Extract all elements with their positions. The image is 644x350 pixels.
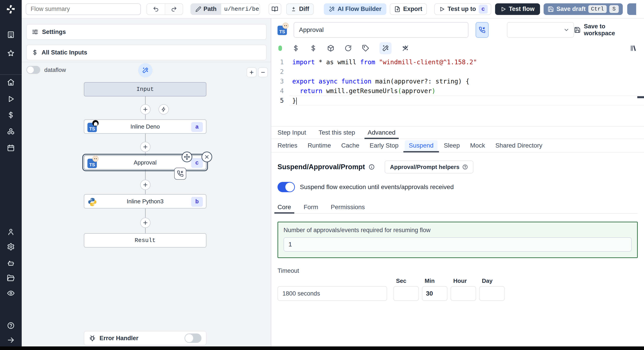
add-step-button[interactable] bbox=[140, 104, 150, 115]
flow-settings-card[interactable]: Settings bbox=[26, 24, 266, 40]
error-handler-toggle[interactable] bbox=[184, 334, 202, 343]
settings-gear-icon[interactable] bbox=[7, 243, 15, 251]
timeout-sec-input[interactable] bbox=[393, 286, 419, 301]
script-version-select[interactable] bbox=[507, 22, 574, 38]
path-button[interactable]: Path bbox=[191, 4, 221, 14]
diff-button[interactable]: Diff bbox=[286, 3, 314, 15]
resource-picker-icon[interactable] bbox=[310, 45, 317, 52]
suspend-phone-button[interactable] bbox=[476, 22, 488, 38]
windmill-logo-icon[interactable] bbox=[5, 4, 16, 15]
audit-eye-icon[interactable] bbox=[7, 289, 15, 297]
suspend-phone-indicator[interactable] bbox=[174, 168, 186, 180]
resources-cubes-icon[interactable] bbox=[7, 128, 15, 136]
tag-icon[interactable] bbox=[362, 45, 369, 52]
docs-button[interactable] bbox=[268, 3, 281, 15]
redo-button[interactable] bbox=[165, 4, 183, 14]
all-static-inputs-label: All Static Inputs bbox=[42, 49, 87, 56]
ai-flow-builder-button[interactable]: AI Flow Builder bbox=[324, 3, 386, 15]
tab-form[interactable]: Form bbox=[304, 201, 318, 213]
timeout-day-input[interactable] bbox=[479, 286, 505, 301]
info-icon[interactable] bbox=[368, 164, 375, 170]
timeout-summary-input[interactable] bbox=[278, 286, 387, 301]
variables-dollar-icon[interactable] bbox=[7, 111, 15, 119]
play-icon bbox=[500, 6, 506, 12]
bug-icon bbox=[89, 335, 96, 342]
help-circle-icon[interactable] bbox=[7, 322, 15, 330]
favorites-star-icon[interactable] bbox=[7, 49, 15, 57]
zoom-in-button[interactable]: + bbox=[247, 67, 256, 77]
undo-button[interactable] bbox=[147, 4, 165, 14]
add-step-button[interactable] bbox=[140, 180, 150, 190]
workers-robot-icon[interactable] bbox=[7, 259, 15, 267]
ai-off-icon[interactable] bbox=[402, 45, 409, 52]
subtab-sleep[interactable]: Sleep bbox=[444, 139, 460, 152]
library-icon[interactable] bbox=[630, 45, 637, 52]
timeout-min-input[interactable] bbox=[422, 286, 448, 301]
deno-typescript-icon: TS bbox=[88, 122, 98, 132]
test-up-to-button[interactable]: Test up to c bbox=[434, 3, 491, 15]
add-step-button[interactable] bbox=[140, 218, 150, 228]
graph-ai-wand-button[interactable] bbox=[138, 63, 152, 77]
plus-icon bbox=[142, 144, 148, 150]
variable-picker-icon[interactable] bbox=[292, 45, 300, 52]
ai-assistant-button[interactable] bbox=[380, 42, 392, 54]
tab-step-input[interactable]: Step Input bbox=[278, 127, 306, 139]
deploy-button-partial[interactable] bbox=[627, 3, 636, 15]
helpers-label: Approval/Prompt helpers bbox=[390, 164, 460, 171]
subtab-early-stop[interactable]: Early Stop bbox=[370, 139, 398, 152]
add-trigger-button[interactable] bbox=[158, 104, 169, 115]
code-lines[interactable]: import * as wmill from "windmill-client@… bbox=[289, 55, 644, 126]
move-step-button[interactable] bbox=[182, 152, 192, 162]
expand-arrow-right-icon[interactable] bbox=[7, 336, 15, 344]
export-button[interactable]: Export bbox=[390, 3, 427, 15]
subtab-mock[interactable]: Mock bbox=[470, 139, 485, 152]
flow-node-inline-python3[interactable]: Inline Python3 b bbox=[84, 194, 206, 208]
pencil-icon bbox=[196, 6, 201, 12]
user-icon[interactable] bbox=[7, 228, 15, 236]
save-draft-button[interactable]: Save draft Ctrl S bbox=[544, 3, 623, 15]
subtab-runtime[interactable]: Runtime bbox=[308, 139, 331, 152]
reload-icon[interactable] bbox=[344, 45, 352, 52]
save-icon bbox=[574, 26, 581, 33]
all-static-inputs-card[interactable]: All Static Inputs bbox=[26, 45, 266, 60]
approval-prompt-helpers-button[interactable]: Approval/Prompt helpers bbox=[384, 161, 474, 174]
test-flow-button[interactable]: Test flow bbox=[495, 3, 540, 15]
tab-advanced[interactable]: Advanced bbox=[368, 127, 396, 139]
error-handler-bar[interactable]: Error Handler bbox=[84, 331, 206, 345]
schedules-calendar-icon[interactable] bbox=[7, 144, 15, 152]
flow-summary-input[interactable] bbox=[26, 3, 141, 15]
undo-redo-group bbox=[146, 3, 183, 15]
subtab-shared-directory[interactable]: Shared Directory bbox=[495, 139, 542, 152]
path-value[interactable]: u/henri/bes bbox=[221, 4, 260, 14]
flow-node-result[interactable]: Result bbox=[84, 233, 206, 248]
add-step-button[interactable] bbox=[140, 142, 150, 152]
folders-icon[interactable] bbox=[7, 274, 15, 282]
editor-status-dot bbox=[278, 45, 282, 51]
subtab-retries[interactable]: Retries bbox=[278, 139, 298, 152]
package-icon[interactable] bbox=[327, 45, 334, 52]
bottom-edge-bar bbox=[0, 347, 644, 350]
dataflow-toggle[interactable] bbox=[26, 66, 40, 74]
workspace-building-icon[interactable] bbox=[7, 31, 15, 39]
play-icon bbox=[439, 6, 445, 12]
zoom-out-button[interactable]: − bbox=[258, 67, 268, 77]
flow-node-inline-deno[interactable]: TS Inline Deno a bbox=[84, 119, 206, 134]
tab-core[interactable]: Core bbox=[278, 201, 291, 213]
runs-play-icon[interactable] bbox=[7, 95, 15, 103]
subtab-cache[interactable]: Cache bbox=[341, 139, 359, 152]
save-to-workspace-button[interactable]: Save to workspace bbox=[574, 23, 638, 37]
tab-test-this-step[interactable]: Test this step bbox=[319, 127, 355, 139]
subtab-suspend[interactable]: Suspend bbox=[409, 139, 434, 152]
timeout-hour-input[interactable] bbox=[450, 286, 476, 301]
flow-graph-panel: Settings All Static Inputs dataflow + − … bbox=[22, 18, 271, 347]
tab-permissions[interactable]: Permissions bbox=[331, 201, 365, 213]
flow-node-input[interactable]: Input bbox=[84, 82, 206, 96]
editor-toolbar bbox=[271, 41, 644, 55]
delete-step-button[interactable] bbox=[202, 152, 212, 162]
suspend-enabled-toggle[interactable] bbox=[278, 182, 295, 192]
step-name-input[interactable] bbox=[294, 22, 468, 38]
code-editor[interactable]: 12345 import * as wmill from "windmill-c… bbox=[271, 55, 644, 126]
approvals-required-box: Number of approvals/events required for … bbox=[278, 222, 638, 258]
approvals-required-input[interactable] bbox=[284, 237, 632, 252]
home-icon[interactable] bbox=[7, 78, 15, 86]
